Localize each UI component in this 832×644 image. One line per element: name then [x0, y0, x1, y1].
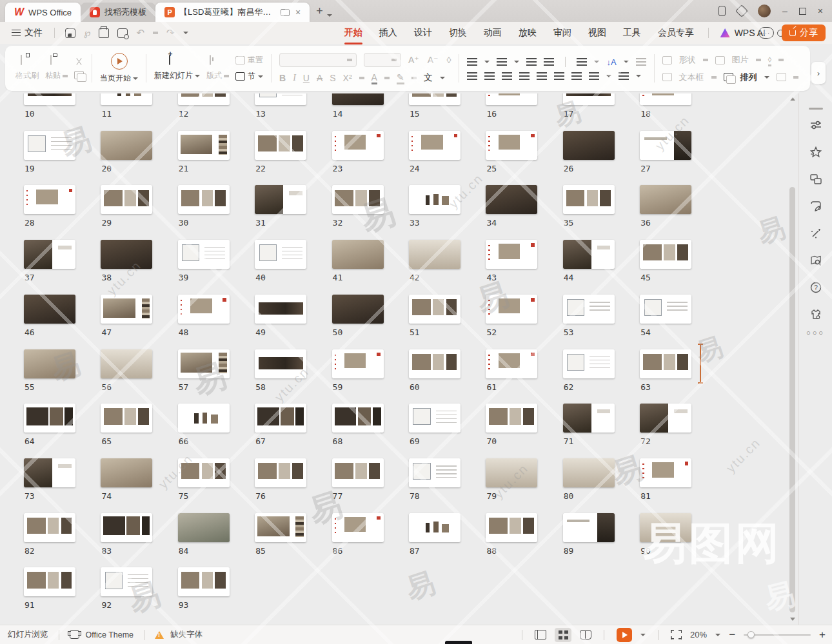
slide-sorter-view-button[interactable]: [555, 628, 571, 642]
paste-button[interactable]: 粘贴: [45, 55, 68, 81]
slide-thumbnail[interactable]: [640, 404, 691, 433]
navigation-search-icon[interactable]: [809, 254, 822, 267]
beautify-leaf-icon[interactable]: [809, 200, 822, 213]
align-center-icon[interactable]: [484, 72, 495, 80]
slide-thumbnail[interactable]: [178, 458, 230, 487]
tab-home[interactable]: 开始: [337, 24, 370, 42]
slide-thumbnail[interactable]: [101, 349, 152, 378]
file-menu[interactable]: 文件: [6, 27, 48, 39]
tab-insert[interactable]: 插入: [371, 24, 405, 42]
redo-icon[interactable]: ↷: [166, 27, 175, 39]
slide-thumbnail[interactable]: [24, 458, 75, 487]
slide-thumbnail[interactable]: [563, 185, 615, 214]
zoom-out-button[interactable]: −: [729, 629, 735, 641]
slide-thumbnail[interactable]: [640, 513, 691, 542]
sidebar-more-icon[interactable]: ○○○: [799, 329, 832, 337]
slide-thumbnail[interactable]: [24, 131, 75, 160]
slide-thumbnail[interactable]: [409, 513, 461, 542]
slide-thumbnail[interactable]: [332, 295, 384, 324]
fill-color-icon[interactable]: ⬨: [768, 54, 772, 66]
row-spacing-icon[interactable]: [554, 72, 564, 80]
numbered-list-icon[interactable]: [497, 58, 507, 66]
vertical-scrollbar[interactable]: [788, 93, 797, 625]
vertical-text-icon[interactable]: ↓A: [606, 57, 616, 67]
format-painter-button[interactable]: 格式刷: [15, 55, 39, 81]
tab-review[interactable]: 审阅: [546, 24, 579, 42]
slide-thumbnail[interactable]: [640, 240, 691, 269]
slide-thumbnail[interactable]: [24, 295, 75, 324]
slide-thumbnail[interactable]: [101, 513, 152, 542]
tab-design[interactable]: 设计: [406, 24, 440, 42]
slide-thumbnail[interactable]: [332, 131, 384, 160]
slide-thumbnail[interactable]: [24, 567, 75, 596]
font-name-select[interactable]: [279, 53, 357, 67]
zoom-slider[interactable]: [744, 634, 811, 636]
slide-thumbnail[interactable]: [486, 295, 537, 324]
slide-switch-icon[interactable]: [809, 173, 822, 186]
zoom-percent-label[interactable]: 20%: [690, 630, 707, 639]
slide-thumbnail[interactable]: [486, 349, 537, 378]
scrollbar-thumb[interactable]: [789, 187, 795, 612]
slide-thumbnail[interactable]: [255, 404, 306, 433]
help-icon[interactable]: ?: [809, 281, 822, 294]
slide-thumbnail[interactable]: [255, 513, 306, 542]
cloud-sync-icon[interactable]: ···: [758, 27, 774, 39]
customize-toolbar-caret-icon[interactable]: [183, 32, 188, 34]
zoom-caret-icon[interactable]: [715, 634, 720, 636]
tab-view[interactable]: 视图: [580, 24, 614, 42]
slide-thumbnail[interactable]: [255, 185, 306, 214]
play-options-caret-icon[interactable]: [640, 634, 646, 636]
properties-sliders-icon[interactable]: [809, 119, 822, 132]
slide-thumbnail[interactable]: [24, 404, 75, 433]
tab-slideshow[interactable]: 放映: [511, 24, 544, 42]
convert-smartart-icon[interactable]: [636, 58, 646, 66]
export-pdf-icon[interactable]: ℘: [84, 27, 90, 39]
align-right-icon[interactable]: [502, 72, 512, 80]
scroll-down-icon[interactable]: [790, 618, 795, 621]
magic-wand-icon[interactable]: [809, 227, 822, 240]
decrease-font-icon[interactable]: A⁻: [428, 55, 439, 65]
slide-thumbnail[interactable]: [563, 131, 615, 160]
tab-tools[interactable]: 工具: [615, 24, 649, 42]
slide-thumbnail[interactable]: [178, 185, 230, 214]
slide-thumbnail[interactable]: [101, 295, 152, 324]
slide-thumbnail[interactable]: [24, 513, 75, 542]
slide-thumbnail[interactable]: [563, 240, 615, 269]
slide-thumbnail[interactable]: [486, 404, 537, 433]
reading-view-button[interactable]: [580, 630, 591, 639]
picture-icon[interactable]: [715, 56, 725, 64]
missing-fonts-label[interactable]: 缺失字体: [170, 629, 203, 640]
slide-thumbnail[interactable]: [486, 458, 537, 487]
slide-thumbnail[interactable]: [409, 240, 461, 269]
underline-button[interactable]: U: [303, 73, 310, 83]
slide-thumbnail[interactable]: [255, 458, 306, 487]
slide-thumbnail[interactable]: [563, 458, 615, 487]
slide-thumbnail[interactable]: [409, 185, 461, 214]
slide-thumbnail[interactable]: [332, 404, 384, 433]
column-spacing-icon[interactable]: [571, 72, 582, 80]
justify-icon[interactable]: [519, 72, 530, 80]
slide-thumbnail[interactable]: [640, 295, 691, 324]
office-theme-label[interactable]: Office Theme: [86, 630, 134, 639]
save-icon[interactable]: [65, 28, 75, 38]
slide-thumbnail[interactable]: [486, 93, 537, 105]
align-left-icon[interactable]: [467, 72, 477, 80]
slide-thumbnail[interactable]: [486, 513, 537, 542]
superscript-button[interactable]: X²: [343, 73, 352, 83]
font-size-select[interactable]: [364, 53, 401, 67]
tab-presentation[interactable]: P 【LSD葛亚曦】南昌华侨城万科 ×: [155, 3, 310, 22]
tab-member[interactable]: 会员专享: [650, 24, 702, 42]
slide-thumbnail[interactable]: [178, 404, 230, 433]
slide-thumbnail[interactable]: [178, 131, 230, 160]
print-preview-icon[interactable]: [117, 28, 128, 38]
line-spacing-icon[interactable]: [589, 72, 599, 80]
slide-thumbnail[interactable]: [486, 240, 537, 269]
ribbon-expand-button[interactable]: ›: [811, 62, 826, 84]
slide-thumbnail[interactable]: [563, 349, 615, 378]
slide-thumbnail[interactable]: [640, 349, 691, 378]
slide-thumbnail[interactable]: [563, 404, 615, 433]
outline-icon[interactable]: [777, 73, 786, 81]
slide-thumbnail[interactable]: [178, 295, 230, 324]
slide-sorter-canvas[interactable]: 1011121314151617181920212223242526272829…: [0, 93, 798, 625]
slide-thumbnail[interactable]: [563, 295, 615, 324]
